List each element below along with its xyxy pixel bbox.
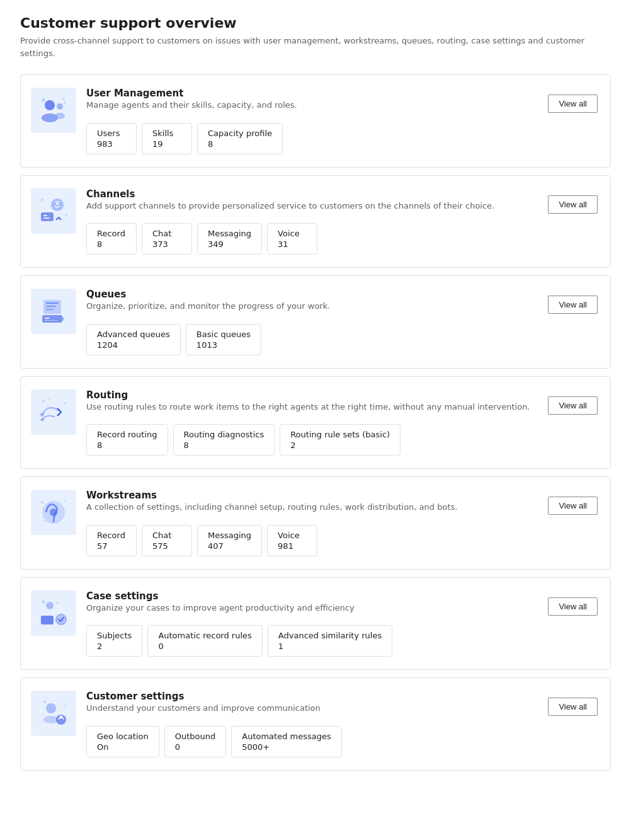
- svg-point-42: [43, 701, 46, 703]
- svg-point-30: [41, 501, 43, 503]
- channels-stat-0: Record8: [86, 223, 137, 255]
- svg-point-5: [62, 98, 65, 100]
- channels-body: ChannelsAdd support channels to provide …: [86, 188, 598, 255]
- section-card-user-management: User ManagementManage agents and their s…: [20, 74, 611, 168]
- customer-settings-view-all-button[interactable]: View all: [548, 698, 598, 716]
- svg-point-24: [41, 418, 44, 421]
- svg-point-38: [46, 703, 56, 713]
- workstreams-stat-value-1: 575: [152, 541, 181, 551]
- user-management-title: User Management: [86, 88, 297, 99]
- svg-point-29: [50, 509, 57, 516]
- user-management-stat-label-1: Skills: [152, 129, 181, 138]
- workstreams-stat-value-0: 57: [97, 541, 126, 551]
- channels-stat-3: Voice31: [267, 223, 317, 255]
- section-card-channels: ChannelsAdd support channels to provide …: [20, 175, 611, 268]
- customer-settings-header: Customer settingsUnderstand your custome…: [86, 691, 598, 723]
- svg-point-32: [44, 521, 46, 522]
- user-management-stat-label-2: Capacity profile: [208, 129, 272, 138]
- section-card-case-settings: Case settingsOrganize your cases to impr…: [20, 577, 611, 670]
- channels-stat-label-1: Chat: [152, 229, 181, 238]
- routing-stat-1: Routing diagnostics8: [173, 424, 275, 456]
- channels-header: ChannelsAdd support channels to provide …: [86, 188, 598, 221]
- svg-rect-18: [46, 309, 54, 310]
- queues-body: QueuesOrganize, prioritize, and monitor …: [86, 289, 598, 355]
- customer-settings-stats-row: Geo locationOnOutbound0Automated message…: [86, 726, 598, 757]
- workstreams-stat-2: Messaging407: [197, 525, 262, 556]
- svg-point-23: [40, 413, 44, 417]
- svg-point-22: [60, 317, 64, 321]
- channels-view-all-button[interactable]: View all: [548, 195, 598, 214]
- user-management-stat-value-1: 19: [152, 139, 181, 149]
- svg-rect-7: [41, 212, 54, 221]
- routing-stats-row: Record routing8Routing diagnostics8Routi…: [86, 424, 598, 456]
- user-management-view-all-button[interactable]: View all: [548, 95, 598, 113]
- svg-point-43: [64, 705, 66, 707]
- svg-rect-33: [41, 616, 54, 624]
- channels-stat-label-2: Messaging: [208, 229, 251, 238]
- queues-view-all-button[interactable]: View all: [548, 296, 598, 314]
- page-container: Customer support overview Provide cross-…: [0, 0, 631, 840]
- workstreams-stat-label-1: Chat: [152, 531, 181, 540]
- case-settings-stat-1: Automatic record rules0: [147, 625, 262, 657]
- case-settings-view-all-button[interactable]: View all: [548, 597, 598, 616]
- svg-point-11: [56, 202, 59, 205]
- svg-point-36: [42, 600, 45, 603]
- customer-settings-stat-label-1: Outbound: [175, 732, 216, 741]
- queues-desc: Organize, prioritize, and monitor the pr…: [86, 300, 330, 313]
- customer-settings-stat-label-2: Automated messages: [242, 732, 331, 741]
- svg-rect-16: [46, 302, 59, 304]
- workstreams-body: WorkstreamsA collection of settings, inc…: [86, 490, 598, 556]
- workstreams-view-all-button[interactable]: View all: [548, 497, 598, 515]
- user-management-desc: Manage agents and their skills, capacity…: [86, 99, 297, 112]
- routing-stat-2: Routing rule sets (basic)2: [280, 424, 401, 456]
- channels-stat-2: Messaging349: [197, 223, 262, 255]
- customer-settings-icon: [31, 691, 76, 736]
- channels-stat-value-3: 31: [278, 239, 307, 249]
- routing-header: RoutingUse routing rules to route work i…: [86, 389, 598, 422]
- channels-stat-label-0: Record: [97, 229, 126, 238]
- svg-point-2: [57, 103, 63, 110]
- case-settings-stat-label-1: Automatic record rules: [158, 631, 251, 640]
- workstreams-stat-label-2: Messaging: [208, 531, 251, 540]
- workstreams-stat-label-0: Record: [97, 531, 126, 540]
- svg-rect-21: [45, 320, 57, 321]
- case-settings-stat-label-0: Subjects: [97, 631, 132, 640]
- svg-point-14: [65, 214, 67, 216]
- workstreams-header: WorkstreamsA collection of settings, inc…: [86, 490, 598, 522]
- case-settings-stat-value-1: 0: [158, 642, 251, 651]
- workstreams-icon: [31, 490, 76, 535]
- routing-stat-value-2: 2: [290, 440, 390, 450]
- svg-rect-12: [55, 201, 60, 202]
- queues-stat-value-1: 1013: [196, 340, 251, 350]
- user-management-stat-2: Capacity profile8: [197, 123, 283, 154]
- channels-stat-label-3: Voice: [278, 229, 307, 238]
- queues-header: QueuesOrganize, prioritize, and monitor …: [86, 289, 598, 321]
- case-settings-stat-0: Subjects2: [86, 625, 142, 657]
- svg-point-34: [56, 614, 66, 624]
- svg-point-41: [60, 716, 63, 719]
- svg-point-35: [46, 602, 54, 609]
- channels-stat-value-0: 8: [97, 239, 126, 249]
- routing-view-all-button[interactable]: View all: [548, 396, 598, 415]
- customer-settings-stat-1: Outbound0: [164, 726, 227, 757]
- queues-stat-value-0: 1204: [97, 340, 170, 350]
- case-settings-title: Case settings: [86, 590, 355, 602]
- user-management-stat-value-2: 8: [208, 139, 272, 149]
- case-settings-header: Case settingsOrganize your cases to impr…: [86, 590, 598, 623]
- svg-point-4: [42, 98, 45, 102]
- routing-desc: Use routing rules to route work items to…: [86, 401, 530, 413]
- user-management-stats-row: Users983Skills19Capacity profile8: [86, 123, 598, 154]
- routing-stat-value-0: 8: [97, 440, 157, 450]
- channels-stat-1: Chat373: [142, 223, 192, 255]
- svg-point-25: [42, 400, 45, 402]
- svg-point-0: [45, 100, 55, 110]
- case-settings-body: Case settingsOrganize your cases to impr…: [86, 590, 598, 657]
- routing-body: RoutingUse routing rules to route work i…: [86, 389, 598, 456]
- svg-point-31: [64, 500, 66, 502]
- user-management-body: User ManagementManage agents and their s…: [86, 88, 598, 154]
- workstreams-stat-3: Voice981: [267, 525, 317, 556]
- queues-stat-label-0: Advanced queues: [97, 330, 170, 339]
- channels-stat-value-2: 349: [208, 239, 251, 249]
- workstreams-stat-0: Record57: [86, 525, 137, 556]
- case-settings-stat-value-2: 1: [278, 642, 382, 651]
